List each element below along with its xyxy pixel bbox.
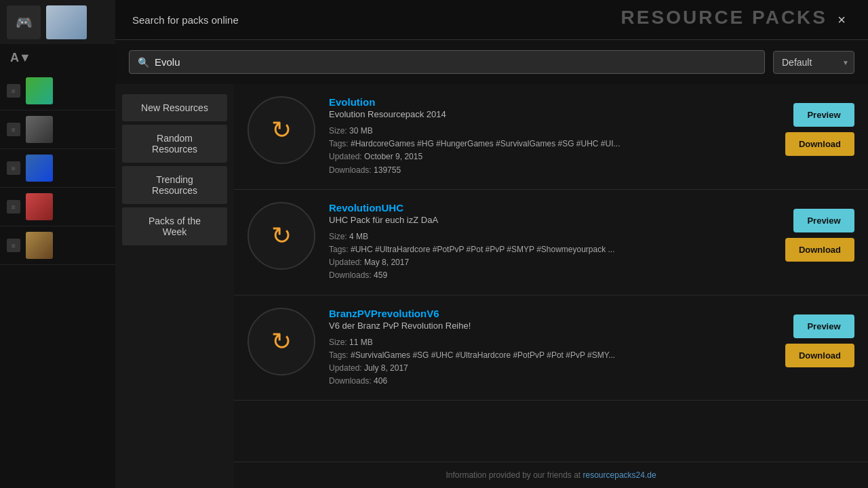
nav-item-random[interactable]: Random Resources — [122, 125, 227, 163]
sidebar-item-3[interactable]: ≡ — [0, 149, 115, 188]
footer-info: Information provided by our friends at r… — [234, 462, 868, 488]
menu-icon-3: ≡ — [7, 161, 20, 175]
result-name-evolution: Evolution — [329, 96, 772, 108]
logo-text-box — [46, 5, 87, 39]
menu-icon-4: ≡ — [7, 200, 20, 214]
search-input-wrap[interactable]: 🔍 — [129, 50, 765, 74]
sidebar-thumb-2 — [26, 116, 53, 143]
result-thumb-revolutionuhc: ↻ — [248, 202, 315, 270]
sidebar-item-5[interactable]: ≡ — [0, 226, 115, 265]
result-meta-branzpvp: Size: 11 MB Tags: #SurvivalGames #SG #UH… — [329, 336, 772, 388]
panel-header: Search for packs online RESOURCE PACKS × — [115, 0, 868, 40]
result-actions-evolution: Preview Download — [785, 96, 854, 156]
sidebar-av-label: A▼ — [0, 44, 115, 72]
refresh-icon-3: ↻ — [271, 327, 292, 356]
result-thumb-evolution: ↻ — [248, 96, 315, 164]
result-name-branzpvp: BranzPVPrevolutionV6 — [329, 308, 772, 319]
result-item-branzpvp: ↻ BranzPVPrevolutionV6 V6 der Branz PvP … — [234, 296, 868, 401]
footer-text: Information provided by our friends at — [446, 470, 583, 480]
result-meta-evolution: Size: 30 MB Tags: #HardcoreGames #HG #Hu… — [329, 125, 772, 177]
result-desc-evolution: Evolution Resourcepack 2014 — [329, 109, 772, 119]
search-input[interactable] — [155, 56, 756, 68]
sidebar-item-4[interactable]: ≡ — [0, 188, 115, 226]
footer-link[interactable]: resourcepacks24.de — [583, 470, 656, 480]
result-desc-branzpvp: V6 der Branz PvP Revolution Reihe! — [329, 321, 772, 331]
preview-button-branzpvp[interactable]: Preview — [793, 314, 854, 338]
sidebar: 🎮 A▼ ≡ ≡ ≡ ≡ ≡ — [0, 0, 115, 488]
menu-icon-2: ≡ — [7, 123, 20, 136]
menu-icon-5: ≡ — [7, 239, 20, 252]
preview-button-evolution[interactable]: Preview — [793, 103, 854, 127]
sidebar-thumb-3 — [26, 155, 53, 182]
close-button[interactable]: × — [832, 10, 851, 29]
refresh-icon-2: ↻ — [271, 222, 292, 250]
sidebar-thumb-1 — [26, 77, 53, 104]
sidebar-item-2[interactable]: ≡ — [0, 110, 115, 149]
download-button-revolutionuhc[interactable]: Download — [785, 238, 854, 262]
search-label: Search for packs online — [132, 14, 239, 26]
sort-select[interactable]: Default Name Downloads Updated — [773, 51, 854, 74]
result-meta-revolutionuhc: Size: 4 MB Tags: #UHC #UltraHardcore #Po… — [329, 230, 772, 283]
nav-item-packs[interactable]: Packs of the Week — [122, 207, 227, 245]
logo-icon: 🎮 — [7, 5, 41, 39]
nav-item-new[interactable]: New Resources — [122, 94, 227, 121]
sidebar-thumb-5 — [26, 232, 53, 259]
result-info-branzpvp: BranzPVPrevolutionV6 V6 der Branz PvP Re… — [329, 308, 772, 388]
refresh-icon: ↻ — [271, 116, 292, 144]
result-item-evolution: ↻ Evolution Evolution Resourcepack 2014 … — [234, 84, 868, 190]
sidebar-logo: 🎮 — [0, 0, 115, 44]
sidebar-thumb-4 — [26, 193, 53, 220]
result-actions-revolutionuhc: Preview Download — [785, 202, 854, 262]
download-button-evolution[interactable]: Download — [785, 132, 854, 156]
preview-button-revolutionuhc[interactable]: Preview — [793, 209, 854, 232]
sort-wrap: Default Name Downloads Updated ▼ — [773, 51, 854, 74]
left-nav: New Resources Random Resources Trending … — [115, 84, 234, 488]
result-item-revolutionuhc: ↻ RevolutionUHC UHC Pack für euch izZ Da… — [234, 190, 868, 296]
result-thumb-branzpvp: ↻ — [248, 308, 315, 375]
result-desc-revolutionuhc: UHC Pack für euch izZ DaA — [329, 215, 772, 225]
result-info-evolution: Evolution Evolution Resourcepack 2014 Si… — [329, 96, 772, 177]
main-panel: Search for packs online RESOURCE PACKS ×… — [115, 0, 868, 488]
result-actions-branzpvp: Preview Download — [785, 308, 854, 367]
download-button-branzpvp[interactable]: Download — [785, 344, 854, 367]
result-info-revolutionuhc: RevolutionUHC UHC Pack für euch izZ DaA … — [329, 202, 772, 283]
search-area: 🔍 Default Name Downloads Updated ▼ — [115, 40, 868, 84]
nav-item-trending[interactable]: Trending Resources — [122, 166, 227, 204]
content-area: New Resources Random Resources Trending … — [115, 84, 868, 488]
page-title: RESOURCE PACKS — [621, 7, 827, 28]
results-area: ↻ Evolution Evolution Resourcepack 2014 … — [234, 84, 868, 462]
search-icon: 🔍 — [138, 57, 149, 68]
sidebar-items: ≡ ≡ ≡ ≡ ≡ — [0, 72, 115, 265]
result-name-revolutionuhc: RevolutionUHC — [329, 202, 772, 214]
sidebar-item-1[interactable]: ≡ — [0, 72, 115, 110]
menu-icon-1: ≡ — [7, 84, 20, 98]
